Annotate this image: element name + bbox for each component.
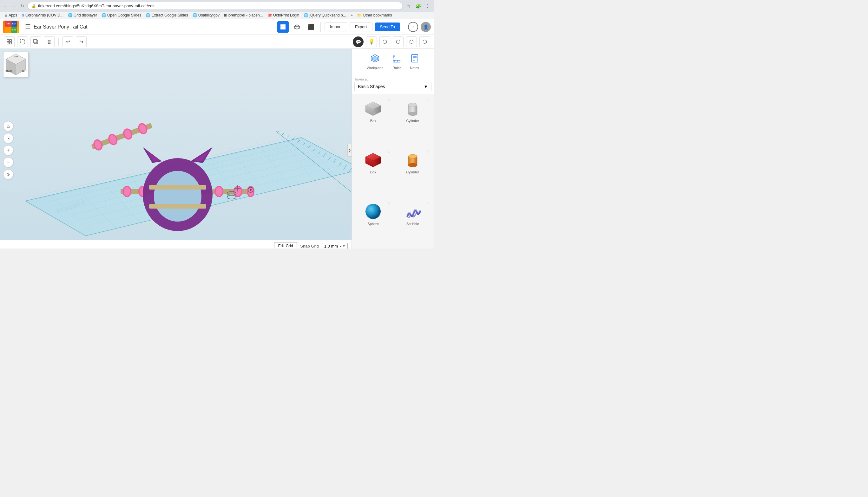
shape-star-sphere[interactable]: ☆ — [387, 201, 391, 205]
app-header: TIN KER CAD ☰ Ear Saver Pony Tail Cat ⬛ … — [0, 19, 434, 35]
grid-view-button[interactable] — [277, 21, 289, 33]
grid-icon-2: ⊞ — [224, 13, 227, 17]
svg-point-69 — [235, 187, 241, 196]
workplane-icon — [371, 54, 380, 65]
svg-point-80 — [138, 123, 147, 134]
snap-value-selector[interactable]: 1.0 mm ▲▼ — [322, 243, 348, 249]
svg-line-16 — [32, 136, 299, 197]
user-avatar[interactable]: 👤 — [421, 22, 431, 32]
svg-line-38 — [276, 131, 352, 198]
refresh-button[interactable]: ↻ — [19, 3, 25, 9]
bookmark-lorempixel[interactable]: ⊞ lorempixel - placeh... — [222, 12, 265, 18]
logo-ker: KER — [11, 21, 17, 27]
svg-line-30 — [152, 167, 194, 214]
bookmark-jquery[interactable]: 🌐 jQuery Quicksand p... — [302, 12, 348, 18]
svg-point-66 — [215, 186, 223, 197]
bookmark-usability[interactable]: 🌐 Usability.gov — [191, 12, 221, 18]
menu-btn[interactable]: ⋮ — [424, 2, 431, 10]
import-button[interactable]: Import — [325, 22, 347, 31]
workplane-tool[interactable]: Workplane — [363, 52, 387, 72]
fit-view-button[interactable]: ⊡ — [3, 133, 13, 143]
left-controls: ⌂ ⊡ + − ⊙ — [3, 121, 13, 180]
google-icon: G — [22, 13, 25, 17]
light-button[interactable]: 💡 — [366, 37, 377, 47]
cylinder-gray-icon — [403, 99, 423, 117]
box-gray-label: Box — [370, 119, 376, 123]
viewport[interactable]: Workplane — [0, 49, 352, 248]
svg-rect-9 — [7, 42, 9, 44]
orientation-cube[interactable]: TOP FRONT RIGHT — [3, 52, 29, 77]
shape-star-box-red[interactable]: ☆ — [387, 149, 391, 154]
extensions-btn[interactable]: 🧩 — [414, 2, 422, 10]
shape-cylinder-orange[interactable]: ☆ Cylinder — [395, 149, 431, 197]
toolbar-separator-1 — [58, 38, 59, 46]
toolbar-right-actions: 💬 💡 ⬡ ⬡ ⬡ ⬡ — [353, 37, 430, 47]
svg-point-78 — [123, 129, 132, 139]
flip-button[interactable]: ⬡ — [419, 37, 430, 47]
shape-box-red[interactable]: ☆ — [355, 149, 391, 197]
send-to-button[interactable]: Send To — [375, 23, 400, 31]
zoom-out-button[interactable]: − — [3, 157, 13, 167]
delete-button[interactable]: 🗑 — [44, 37, 55, 47]
svg-line-18 — [46, 141, 310, 202]
shape-scribble[interactable]: ☆ Scribble — [395, 200, 431, 248]
shape-box-gray[interactable]: ☆ — [355, 97, 391, 145]
perspective-button[interactable]: ⊙ — [3, 169, 13, 180]
bookmark-more[interactable]: » — [349, 12, 355, 18]
hamburger-menu-button[interactable]: ☰ — [22, 21, 33, 33]
bookmark-covid[interactable]: G Coronavirus (COVID... — [20, 12, 65, 18]
ungroup-button[interactable] — [17, 37, 28, 47]
svg-line-28 — [101, 181, 143, 225]
bookmark-octoprint[interactable]: 🐙 OctoPrint Login — [265, 12, 301, 18]
panel-collapse-handle[interactable]: ❯ — [347, 144, 352, 157]
cube-navigator[interactable]: TOP FRONT RIGHT — [3, 52, 32, 81]
svg-point-59 — [140, 187, 146, 196]
export-button[interactable]: Export — [349, 22, 372, 31]
svg-point-64 — [195, 186, 204, 197]
zoom-in-button[interactable]: + — [3, 145, 13, 155]
redo-button[interactable]: ↪ — [76, 37, 87, 47]
duplicate-button[interactable] — [30, 37, 41, 47]
bookmark-extract[interactable]: 🌐 Extract Google Slides — [144, 12, 190, 18]
octo-icon: 🐙 — [267, 13, 272, 17]
shape-star-cylinder-gray[interactable]: ☆ — [427, 98, 430, 102]
bookmark-apps[interactable]: ⊞ Apps — [2, 12, 19, 18]
bookmark-grid[interactable]: 🌐 Grid displayer — [66, 12, 99, 18]
notes-tool[interactable]: Notes — [406, 52, 423, 72]
3d-view-button[interactable] — [291, 21, 303, 33]
shape-sphere-blue[interactable]: ☆ Sphere — [355, 200, 391, 248]
undo-button[interactable]: ↩ — [63, 37, 73, 47]
ruler-tool[interactable]: Ruler — [388, 52, 405, 72]
svg-line-41 — [287, 135, 289, 137]
shape-star-cylinder-orange[interactable]: ☆ — [427, 149, 430, 154]
tinkercad-logo[interactable]: TIN KER CAD — [3, 20, 19, 33]
bookmark-other[interactable]: 📁 Other bookmarks — [355, 12, 394, 18]
snap-shape-button[interactable]: ⬡ — [380, 37, 390, 47]
svg-rect-2 — [280, 27, 283, 29]
svg-line-29 — [127, 174, 168, 220]
bookmark-slides[interactable]: 🌐 Open Google Slides — [100, 12, 143, 18]
snap-hole-button[interactable]: ⬡ — [393, 37, 403, 47]
shape-star-box-gray[interactable]: ☆ — [387, 98, 391, 102]
shape-star-scribble[interactable]: ☆ — [427, 201, 430, 205]
align-button[interactable]: ⬡ — [406, 37, 417, 47]
edit-grid-button[interactable]: Edit Grid — [274, 242, 297, 248]
group-button[interactable] — [4, 37, 15, 47]
comment-button[interactable]: 💬 — [353, 37, 363, 47]
svg-line-25 — [301, 138, 352, 169]
shape-cylinder-gray[interactable]: ☆ — [395, 97, 431, 145]
shapes-dropdown[interactable]: Basic Shapes ▼ — [354, 82, 431, 91]
add-user-button[interactable]: + — [408, 22, 418, 32]
home-view-button[interactable]: ⌂ — [3, 121, 13, 131]
code-view-button[interactable]: ⬛ — [305, 21, 317, 33]
svg-line-45 — [308, 145, 310, 148]
browser-chrome: ← → ↻ 🔒 tinkercad.com/things/5uKsdg6X8mT… — [0, 0, 434, 19]
notes-icon — [410, 54, 419, 65]
bookmark-star[interactable]: ☆ — [405, 2, 412, 10]
address-bar[interactable]: 🔒 tinkercad.com/things/5uKsdg6X8mT-ear-s… — [27, 2, 403, 10]
back-button[interactable]: ← — [2, 3, 9, 9]
svg-line-52 — [344, 165, 346, 170]
svg-point-91 — [248, 187, 253, 193]
forward-button[interactable]: → — [11, 3, 17, 9]
svg-line-46 — [313, 148, 315, 151]
